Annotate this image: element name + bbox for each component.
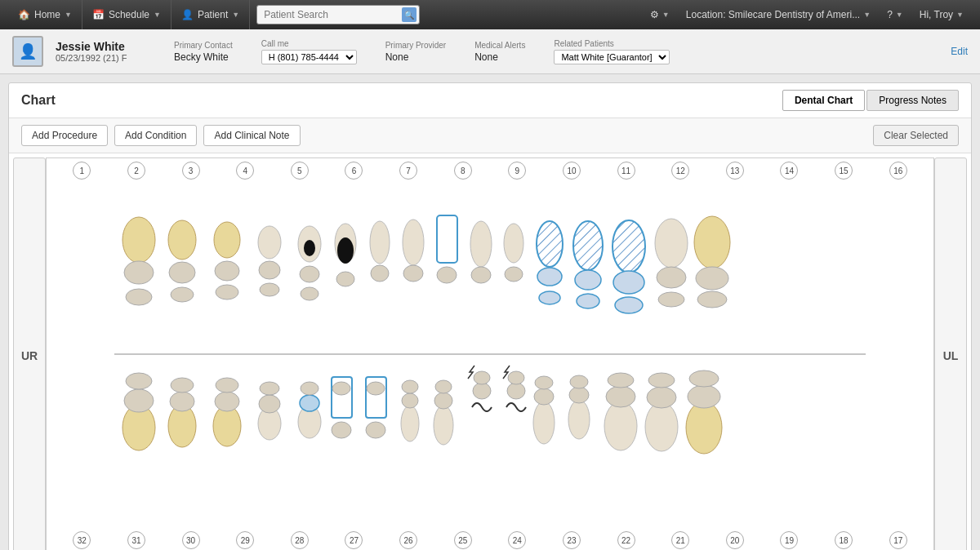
- primary-provider-label: Primary Provider: [385, 41, 446, 50]
- svg-point-20: [336, 272, 354, 286]
- svg-point-34: [573, 221, 603, 270]
- svg-point-26: [437, 267, 457, 283]
- tooth-num-upper-4[interactable]: 4: [236, 162, 254, 180]
- related-patients-label: Related Patients: [554, 39, 670, 48]
- tooth-num-lower-29[interactable]: 29: [236, 531, 254, 549]
- tooth-num-lower-19[interactable]: 19: [780, 531, 798, 549]
- call-me-field: Call me H (801) 785-4444: [261, 39, 357, 64]
- settings-chevron-icon: ▼: [662, 11, 670, 19]
- navbar: 🏠 Home ▼ 📅 Schedule ▼ 👤 Patient ▼ 🔍 ⚙ ▼ …: [0, 0, 980, 29]
- svg-point-70: [402, 380, 418, 393]
- patient-search-input[interactable]: [256, 5, 420, 24]
- help-menu[interactable]: ? ▼: [879, 0, 911, 29]
- svg-point-8: [214, 222, 240, 258]
- svg-point-17: [301, 287, 318, 300]
- tooth-num-lower-21[interactable]: 21: [671, 531, 689, 549]
- patient-menu[interactable]: 👤 Patient ▼: [172, 0, 250, 29]
- svg-point-5: [168, 220, 196, 259]
- schedule-menu[interactable]: 📅 Schedule ▼: [82, 0, 172, 29]
- upper-tooth-numbers: 12345678910111213141516: [47, 158, 933, 183]
- tooth-num-lower-24[interactable]: 24: [508, 531, 526, 549]
- patient-name: Jessie White: [56, 40, 162, 53]
- home-label: Home: [34, 9, 60, 20]
- svg-point-39: [615, 297, 643, 313]
- svg-point-42: [658, 292, 684, 307]
- svg-point-9: [215, 261, 239, 281]
- tab-progress-notes[interactable]: Progress Notes: [866, 90, 959, 111]
- call-me-select[interactable]: H (801) 785-4444: [261, 50, 357, 64]
- dental-chart-area: UR 12345678910111213141516: [9, 153, 971, 550]
- svg-point-44: [696, 267, 728, 290]
- svg-point-66: [366, 422, 385, 438]
- tooth-num-upper-2[interactable]: 2: [127, 162, 145, 180]
- svg-point-69: [402, 393, 418, 408]
- tooth-num-lower-23[interactable]: 23: [563, 531, 581, 549]
- tooth-num-upper-16[interactable]: 16: [889, 162, 907, 180]
- tooth-num-lower-18[interactable]: 18: [835, 531, 853, 549]
- location-label: Location: Smilecare Dentistry of Ameri..…: [686, 9, 860, 20]
- add-condition-button[interactable]: Add Condition: [114, 125, 197, 146]
- svg-point-58: [260, 382, 279, 395]
- tooth-num-upper-6[interactable]: 6: [345, 162, 363, 180]
- tooth-num-lower-25[interactable]: 25: [454, 531, 472, 549]
- tooth-num-lower-30[interactable]: 30: [182, 531, 200, 549]
- tooth-num-upper-14[interactable]: 14: [780, 162, 798, 180]
- svg-point-78: [533, 401, 555, 444]
- tooth-num-lower-26[interactable]: 26: [399, 531, 417, 549]
- tooth-num-upper-8[interactable]: 8: [454, 162, 472, 180]
- svg-point-80: [535, 376, 553, 389]
- medical-alerts-label: Medical Alerts: [474, 41, 525, 50]
- settings-icon: ⚙: [650, 9, 659, 20]
- home-menu[interactable]: 🏠 Home ▼: [8, 0, 82, 29]
- svg-point-75: [474, 371, 490, 384]
- related-patients-select[interactable]: Matt White [Guarantor]: [554, 50, 670, 64]
- svg-point-82: [569, 387, 589, 403]
- chart-toolbar: Add Procedure Add Condition Add Clinical…: [9, 118, 971, 153]
- svg-point-4: [126, 289, 152, 305]
- add-procedure-button[interactable]: Add Procedure: [21, 125, 108, 146]
- svg-point-84: [604, 401, 637, 450]
- location-menu[interactable]: Location: Smilecare Dentistry of Ameri..…: [678, 0, 879, 29]
- settings-menu[interactable]: ⚙ ▼: [642, 0, 678, 29]
- svg-point-48: [124, 389, 154, 412]
- svg-point-11: [258, 226, 281, 259]
- tooth-num-upper-3[interactable]: 3: [182, 162, 200, 180]
- tooth-num-upper-10[interactable]: 10: [563, 162, 581, 180]
- tooth-num-upper-9[interactable]: 9: [508, 162, 526, 180]
- svg-point-81: [568, 400, 590, 439]
- svg-point-12: [259, 261, 280, 279]
- medical-alerts-field: Medical Alerts None: [474, 41, 525, 63]
- svg-point-16: [300, 266, 319, 282]
- tooth-num-lower-28[interactable]: 28: [291, 531, 309, 549]
- tooth-num-lower-32[interactable]: 32: [73, 531, 91, 549]
- svg-point-31: [537, 221, 563, 267]
- user-label: Hi, Troy: [920, 9, 953, 20]
- add-clinical-note-button[interactable]: Add Clinical Note: [203, 125, 300, 146]
- tab-dental-chart[interactable]: Dental Chart: [782, 90, 865, 111]
- svg-point-22: [371, 265, 389, 282]
- chart-tabs: Dental Chart Progress Notes: [782, 90, 959, 111]
- tooth-num-upper-15[interactable]: 15: [835, 162, 853, 180]
- patient-search-container: 🔍: [256, 5, 420, 24]
- tooth-num-lower-20[interactable]: 20: [726, 531, 744, 549]
- tooth-num-upper-12[interactable]: 12: [671, 162, 689, 180]
- tooth-num-lower-31[interactable]: 31: [127, 531, 145, 549]
- svg-point-45: [697, 291, 727, 308]
- tooth-num-upper-7[interactable]: 7: [399, 162, 417, 180]
- help-label: ?: [887, 9, 893, 20]
- tooth-num-upper-11[interactable]: 11: [617, 162, 635, 180]
- call-me-label: Call me: [261, 39, 357, 48]
- tooth-num-lower-27[interactable]: 27: [345, 531, 363, 549]
- tooth-num-lower-22[interactable]: 22: [617, 531, 635, 549]
- tooth-num-upper-5[interactable]: 5: [291, 162, 309, 180]
- svg-point-90: [686, 401, 722, 454]
- medical-alerts-value: None: [474, 51, 525, 63]
- tooth-num-upper-13[interactable]: 13: [726, 162, 744, 180]
- tooth-num-upper-1[interactable]: 1: [73, 162, 91, 180]
- edit-link[interactable]: Edit: [951, 46, 968, 57]
- patient-search-button[interactable]: 🔍: [402, 7, 416, 22]
- clear-selected-button[interactable]: Clear Selected: [873, 125, 959, 146]
- user-menu[interactable]: Hi, Troy ▼: [911, 0, 972, 29]
- user-chevron-icon: ▼: [956, 11, 964, 19]
- tooth-num-lower-17[interactable]: 17: [889, 531, 907, 549]
